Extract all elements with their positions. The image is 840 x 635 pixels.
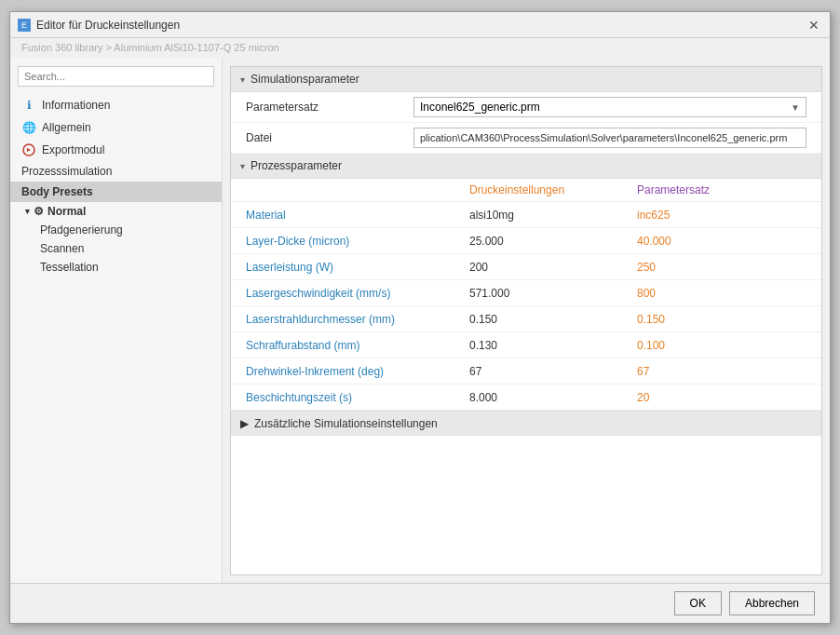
sidebar-label-normal: Normal [47,205,86,218]
table-header-parametersatz: Parametersatz [637,183,806,196]
footer: OK Abbrechen [10,583,830,623]
row-val2-material: inc625 [637,209,806,222]
cancel-button[interactable]: Abbrechen [729,591,815,615]
section-title-prozessparameter: Prozessparameter [251,159,342,172]
table-row: Lasergeschwindigkeit (mm/s) 571.000 800 [231,280,821,306]
table-col-empty [246,183,469,196]
sidebar-item-informationen[interactable]: ℹ Informationen [10,94,222,116]
title-bar: E Editor für Druckeinstellungen ✕ [10,12,830,38]
main-window: E Editor für Druckeinstellungen ✕ Fusion… [9,11,831,624]
chevron-prozessparameter: ▾ [240,161,245,171]
info-icon: ℹ [21,98,36,113]
search-input[interactable] [18,66,214,87]
svg-text:E: E [21,20,27,30]
main-content: ℹ Informationen 🌐 Allgemein Exportmodul … [10,59,830,583]
row-val1-material: alsi10mg [469,209,637,222]
sidebar-item-normal[interactable]: ▾ ⚙ Normal [10,202,222,221]
sidebar-item-exportmodul[interactable]: Exportmodul [10,139,222,161]
breadcrumb: Fusion 360 library > Aluminium AlSi10-11… [10,38,830,59]
param-file-datei: plication\CAM360\ProcessSimulation\Solve… [413,128,806,148]
window-title: Editor für Druckeinstellungen [36,19,180,32]
table-header-row: Druckeinstellungen Parametersatz [231,179,821,202]
section-zusaetzliche[interactable]: ▶ Zusätzliche Simulationseinstellungen [231,411,821,436]
ok-button[interactable]: OK [674,591,722,615]
sidebar-label-informationen: Informationen [42,99,110,112]
sidebar-item-allgemein[interactable]: 🌐 Allgemein [10,116,222,139]
collapse-icon: ▾ [25,207,30,216]
param-label-parametersatz: Parametersatz [246,101,413,114]
title-bar-left: E Editor für Druckeinstellungen [18,19,180,32]
sidebar-item-pfadgenerierung[interactable]: Pfadgenerierung [10,221,222,239]
param-row-datei: Datei plication\CAM360\ProcessSimulation… [231,123,821,154]
param-row-parametersatz: Parametersatz Inconel625_generic.prm ▼ [231,92,821,123]
globe-icon: 🌐 [21,120,36,135]
sidebar-label-body-presets: Body Presets [21,185,93,198]
table-row: Beschichtungszeit (s) 8.000 20 [231,385,821,411]
sidebar-item-body-presets[interactable]: Body Presets [10,182,222,202]
table-row: Material alsi10mg inc625 [231,202,821,228]
right-panel: ▾ Simulationsparameter Parametersatz Inc… [230,66,822,575]
table-header-druckeinstellungen: Druckeinstellungen [469,183,637,196]
section-simulationsparameter[interactable]: ▾ Simulationsparameter [231,67,821,92]
sidebar-item-scannen[interactable]: Scannen [10,239,222,258]
sidebar-label-allgemein: Allgemein [42,121,91,134]
sidebar-label-exportmodul: Exportmodul [42,143,104,156]
section-title-zusaetzliche: Zusätzliche Simulationseinstellungen [254,417,438,430]
param-label-datei: Datei [246,131,413,144]
table-row: Laserleistung (W) 200 250 [231,254,821,280]
gear-icon: ⚙ [34,205,44,218]
dropdown-arrow: ▼ [791,102,800,113]
table-row: Drehwinkel-Inkrement (deg) 67 67 [231,358,821,385]
app-icon: E [18,19,31,32]
table-row: Schraffurabstand (mm) 0.130 0.100 [231,332,821,358]
sidebar-section-prozesssimulation: Prozesssimulation [10,161,222,182]
row-label-material: Material [246,209,469,222]
sidebar: ℹ Informationen 🌐 Allgemein Exportmodul … [10,59,223,583]
section-title-simulationsparameter: Simulationsparameter [251,73,359,86]
export-icon [21,142,36,157]
section-prozessparameter[interactable]: ▾ Prozessparameter [231,154,821,179]
chevron-simulationsparameter: ▾ [240,74,245,85]
close-button[interactable]: ✕ [806,17,822,34]
table-row: Laserstrahldurchmesser (mm) 0.150 0.150 [231,306,821,332]
table-row: Layer-Dicke (micron) 25.000 40.000 [231,228,821,254]
chevron-zusaetzliche: ▶ [240,417,249,430]
param-select-parametersatz[interactable]: Inconel625_generic.prm ▼ [413,97,806,117]
sidebar-item-tessellation[interactable]: Tessellation [10,258,222,277]
